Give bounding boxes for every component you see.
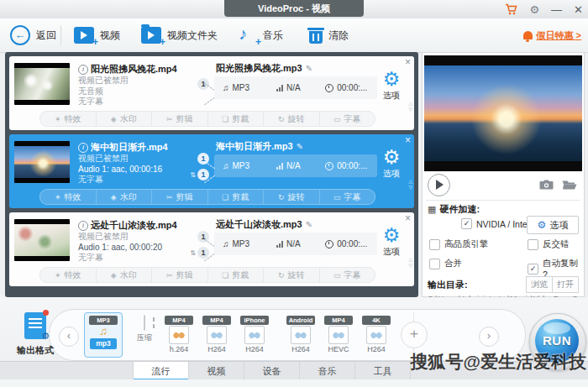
watermark-button[interactable]: ◈水印 — [96, 190, 152, 204]
output-info-box: ♫MP3 N/A 00:00:... — [214, 233, 377, 255]
toolbar-divider — [60, 25, 61, 45]
notification-dot — [43, 310, 49, 316]
effects-icon: ✶ — [55, 115, 61, 123]
remove-item-icon[interactable]: × — [405, 135, 411, 145]
stream-info: 无字幕 — [78, 175, 162, 186]
add-music-button[interactable]: ♪+ 音乐 — [237, 18, 283, 52]
hardware-options-button[interactable]: ⚙ 选项 — [527, 216, 579, 234]
subtitle-button[interactable]: ▭字幕 — [319, 112, 375, 126]
subtitle-button[interactable]: ▭字幕 — [319, 190, 375, 204]
codec-gear-icon: ⚙ — [383, 68, 401, 90]
tab-music[interactable]: 音乐 — [300, 362, 355, 380]
crop-button[interactable]: ❏剪裁 — [207, 268, 264, 282]
tab-device[interactable]: 设备 — [244, 362, 300, 380]
remove-item-icon[interactable]: × — [405, 57, 411, 67]
add-video-button[interactable]: + 视频 — [74, 18, 120, 52]
track-stepper-icon[interactable]: ⇅ — [190, 249, 196, 257]
output-format-block[interactable]: ⚙ 输出格式 — [10, 312, 60, 357]
trim-button[interactable]: ✂剪辑 — [151, 190, 207, 204]
rename-icon[interactable]: ✎ — [306, 220, 312, 229]
media-item-1[interactable]: i 阳光照拂风挽花.mp4 视频已被禁用 无音频 无字幕 1 阳光照拂风挽花.m… — [9, 56, 414, 130]
media-item-2-selected[interactable]: i 海中初日渐升.mp4 视频已被禁用 Audio 1: aac, 00:00:… — [9, 134, 414, 208]
chip-icon: ▦ — [428, 204, 436, 215]
effects-button[interactable]: ✶特效 — [40, 190, 96, 204]
trim-button[interactable]: ✂剪辑 — [151, 268, 207, 282]
checkbox[interactable] — [429, 239, 440, 250]
checkbox[interactable] — [528, 239, 538, 250]
format-tile-mp4-h264[interactable]: MP4 h.264 — [162, 316, 196, 354]
format-tile-mp3-selected[interactable]: MP3 ♫ mp3 — [84, 312, 123, 358]
source-filename: 阳光照拂风挽花.mp4 — [91, 63, 177, 76]
checkbox[interactable] — [528, 264, 538, 275]
output-filename: 远处千山浓淡妆.mp3✎ — [216, 218, 312, 231]
rename-icon[interactable]: ✎ — [306, 64, 312, 73]
info-icon[interactable]: i — [78, 221, 88, 231]
format-tile-android[interactable]: Android H264 — [284, 316, 318, 354]
tab-tools[interactable]: 工具 — [355, 362, 411, 380]
bell-icon — [523, 31, 533, 39]
codec-options-button[interactable]: ⚙ 选项 — [375, 148, 407, 180]
watermark-button[interactable]: ◈水印 — [96, 268, 152, 282]
checkbox[interactable] — [461, 218, 472, 229]
item-edit-toolbar: ✶特效 ◈水印 ✂剪辑 ❏剪裁 ↻旋转 ▭字幕 — [39, 111, 375, 127]
subtitle-button[interactable]: ▭字幕 — [319, 268, 375, 282]
merge-checkbox[interactable]: 合并 — [429, 258, 462, 269]
clear-button[interactable]: 清除 — [309, 18, 349, 52]
format-tile-compress[interactable]: 压缩 — [128, 316, 161, 354]
clock-icon — [325, 240, 333, 248]
format-tile-mp4-hevc[interactable]: MP4 HEVC — [322, 316, 355, 354]
tab-video[interactable]: 视频 — [189, 362, 244, 380]
rotate-button[interactable]: ↻旋转 — [263, 112, 319, 126]
high-quality-checkbox[interactable]: 高品质引擎 — [429, 238, 489, 250]
open-button[interactable]: 打开 — [552, 276, 579, 293]
format-tile-mp4-h264-2[interactable]: MP4 H264 — [200, 316, 234, 354]
rotate-button[interactable]: ↻旋转 — [263, 190, 319, 204]
browse-button[interactable]: 浏览 — [526, 276, 552, 293]
format-tile-4k[interactable]: 4K H264 — [360, 316, 393, 354]
open-folder-icon[interactable] — [562, 180, 577, 190]
holiday-promo-link[interactable]: 假日特惠 > — [523, 18, 581, 52]
settings-gear-icon[interactable]: ⚙ — [529, 4, 539, 15]
minimize-button[interactable]: — — [551, 4, 562, 15]
add-format-button[interactable]: + — [401, 322, 428, 348]
music-note-icon: ♫ — [223, 239, 229, 248]
add-video-folder-button[interactable]: + 视频文件夹 — [141, 18, 218, 52]
media-item-3[interactable]: i 远处千山浓淡妆.mp4 视频已被禁用 Audio 1: aac, 00:00… — [9, 212, 414, 286]
effects-icon: ✶ — [55, 271, 61, 280]
trim-button[interactable]: ✂剪辑 — [151, 112, 207, 126]
effects-button[interactable]: ✶特效 — [40, 112, 96, 126]
info-icon[interactable]: i — [78, 143, 88, 153]
crop-button[interactable]: ❏剪裁 — [207, 112, 264, 126]
play-button[interactable] — [428, 174, 450, 196]
snapshot-camera-icon[interactable] — [539, 180, 554, 190]
reorder-arrows[interactable]: △▽ — [408, 179, 412, 191]
rotate-button[interactable]: ↻旋转 — [263, 268, 319, 282]
back-button[interactable]: ← 返回 — [10, 18, 56, 52]
track-stepper-icon[interactable]: ⇅ — [190, 171, 196, 179]
codec-options-button[interactable]: ⚙ 选项 — [375, 70, 407, 102]
tab-popular[interactable]: 流行 — [133, 362, 189, 380]
codec-options-button[interactable]: ⚙ 选项 — [375, 226, 407, 258]
watermark-button[interactable]: ◈水印 — [96, 112, 152, 126]
close-button[interactable]: ✕ — [574, 4, 583, 15]
effects-button[interactable]: ✶特效 — [40, 268, 96, 282]
window-title: VideoProc - 视频 — [224, 0, 364, 17]
remove-item-icon[interactable]: × — [405, 213, 411, 223]
reorder-arrows[interactable]: △▽ — [408, 101, 412, 112]
format-tile-iphone[interactable]: iPhone H264 — [238, 316, 271, 354]
deinterlace-checkbox[interactable]: 反交错 — [528, 238, 570, 250]
gear-icon: ⚙ — [538, 219, 547, 231]
scroll-right-button[interactable]: › — [479, 327, 499, 347]
info-icon[interactable]: i — [78, 65, 88, 75]
cart-icon[interactable] — [505, 3, 517, 15]
rename-icon[interactable]: ✎ — [297, 142, 303, 151]
codec-gear-icon: ⚙ — [383, 146, 401, 168]
reorder-arrows[interactable]: △▽ — [408, 257, 412, 269]
video-preview[interactable] — [424, 55, 582, 171]
output-info-box: ♫MP3 N/A 00:00:... — [214, 76, 377, 99]
crop-button[interactable]: ❏剪裁 — [207, 190, 264, 204]
file-icon — [291, 326, 311, 344]
scroll-left-button[interactable]: ‹ — [59, 327, 79, 347]
checkbox[interactable] — [429, 259, 440, 269]
file-icon — [366, 326, 386, 344]
